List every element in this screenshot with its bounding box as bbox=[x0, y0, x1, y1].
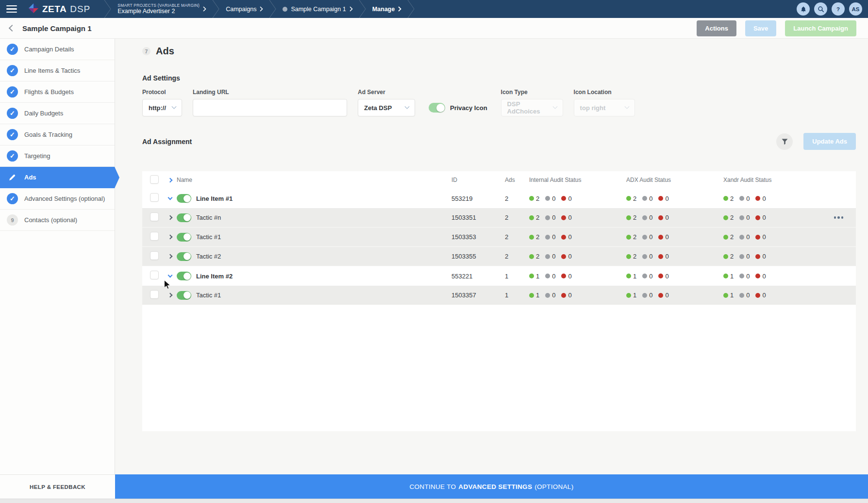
row-enabled-toggle[interactable] bbox=[177, 194, 191, 203]
row-more-icon[interactable] bbox=[834, 216, 844, 219]
row-id: 1503353 bbox=[451, 233, 505, 241]
red-status-dot bbox=[658, 274, 663, 278]
row-checkbox[interactable] bbox=[150, 251, 159, 260]
sidebar-item-advanced-settings-optional[interactable]: ✓ Advanced Settings (optional) bbox=[0, 188, 115, 210]
xandr-audit-status: 200 bbox=[723, 233, 811, 241]
expand-all-chevron-icon[interactable] bbox=[168, 178, 173, 182]
breadcrumb-separator bbox=[359, 0, 367, 18]
sidebar-item-contacts-optional[interactable]: 9 Contacts (optional) bbox=[0, 210, 115, 231]
help-feedback-button[interactable]: HELP & FEEDBACK bbox=[0, 474, 115, 499]
gray-status-dot bbox=[545, 254, 550, 259]
status-dot-group: 1 bbox=[529, 292, 539, 299]
menu-icon[interactable] bbox=[0, 0, 22, 18]
table-row[interactable]: Tactic #n 1503351 2 200 200 200 bbox=[142, 208, 856, 227]
status-dot-group: 0 bbox=[545, 233, 555, 241]
sidebar-item-flights-budgets[interactable]: ✓ Flights & Budgets bbox=[0, 81, 115, 103]
breadcrumb-advertiser[interactable]: SMART PROJECTS (VARIABLE MARGIN) Example… bbox=[112, 0, 212, 18]
row-enabled-toggle[interactable] bbox=[177, 213, 191, 222]
red-status-dot bbox=[658, 235, 663, 240]
save-button[interactable]: Save bbox=[745, 20, 776, 36]
sidebar-item-campaign-details[interactable]: ✓ Campaign Details bbox=[0, 39, 115, 60]
row-enabled-toggle[interactable] bbox=[177, 233, 191, 242]
breadcrumb-manage[interactable]: Manage bbox=[367, 0, 408, 18]
status-dot-group: 0 bbox=[755, 253, 766, 260]
green-status-dot bbox=[529, 215, 534, 220]
brand-zeta: ZETA bbox=[42, 4, 67, 15]
continue-button[interactable]: CONTINUE TO ADVANCED SETTINGS (OPTIONAL) bbox=[115, 474, 868, 499]
expand-chevron-icon[interactable] bbox=[168, 293, 173, 298]
brand-logo[interactable]: ZETA DSP bbox=[22, 0, 104, 18]
search-icon[interactable] bbox=[814, 2, 827, 16]
internal-audit-status: 200 bbox=[529, 214, 626, 221]
breadcrumb-campaign[interactable]: Sample Campaign 1 bbox=[277, 0, 358, 18]
actions-button[interactable]: Actions bbox=[697, 20, 736, 36]
status-dot-group: 1 bbox=[626, 292, 636, 299]
privacy-icon-toggle[interactable] bbox=[429, 103, 445, 113]
xandr-audit-status: 200 bbox=[723, 214, 811, 221]
status-count: 0 bbox=[552, 214, 555, 221]
adx-audit-status: 200 bbox=[626, 233, 723, 241]
select-all-checkbox[interactable] bbox=[150, 175, 159, 184]
row-checkbox[interactable] bbox=[150, 232, 159, 241]
green-status-dot bbox=[626, 254, 631, 259]
back-icon[interactable] bbox=[9, 25, 16, 32]
row-checkbox[interactable] bbox=[150, 271, 159, 279]
status-count: 0 bbox=[665, 195, 668, 202]
table-row[interactable]: Tactic #1 1503353 2 200 200 200 bbox=[142, 227, 856, 247]
expand-chevron-icon[interactable] bbox=[168, 195, 173, 200]
expand-chevron-icon[interactable] bbox=[168, 273, 173, 278]
status-dot-group: 0 bbox=[739, 233, 750, 241]
breadcrumb-campaigns[interactable]: Campaigns bbox=[220, 0, 269, 18]
status-count: 0 bbox=[665, 292, 668, 299]
adx-audit-status: 200 bbox=[626, 214, 723, 221]
protocol-select[interactable]: http:// bbox=[142, 99, 182, 116]
sidebar-item-ads[interactable]: Ads bbox=[0, 167, 115, 188]
table-row[interactable]: Tactic #1 1503357 1 100 100 100 bbox=[142, 286, 856, 305]
red-status-dot bbox=[561, 215, 566, 220]
status-dot-group: 2 bbox=[626, 214, 636, 221]
row-checkbox[interactable] bbox=[150, 290, 159, 299]
red-status-dot bbox=[561, 274, 566, 278]
table-row[interactable]: Tactic #2 1503355 2 200 200 200 bbox=[142, 247, 856, 266]
sidebar-item-targeting[interactable]: ✓ Targeting bbox=[0, 146, 115, 167]
red-status-dot bbox=[755, 235, 760, 240]
sidebar-item-daily-budgets[interactable]: ✓ Daily Budgets bbox=[0, 103, 115, 124]
launch-campaign-button[interactable]: Launch Campaign bbox=[785, 20, 856, 36]
status-count: 0 bbox=[746, 273, 750, 280]
notifications-bell-icon[interactable] bbox=[797, 2, 810, 16]
status-count: 1 bbox=[536, 273, 539, 280]
landing-url-input[interactable] bbox=[199, 99, 341, 116]
page-section-title: Ads bbox=[156, 46, 174, 57]
ad-server-select[interactable]: Zeta DSP bbox=[358, 99, 415, 116]
adx-audit-status: 100 bbox=[626, 292, 723, 299]
green-status-dot bbox=[723, 196, 728, 201]
row-checkbox[interactable] bbox=[150, 193, 159, 202]
step-check-icon: ✓ bbox=[7, 150, 18, 162]
status-count: 1 bbox=[633, 292, 636, 299]
expand-chevron-icon[interactable] bbox=[168, 254, 173, 259]
status-count: 2 bbox=[536, 233, 539, 241]
row-checkbox[interactable] bbox=[150, 212, 159, 221]
row-enabled-toggle[interactable] bbox=[177, 291, 191, 300]
table-row[interactable]: Line Item #2 553221 1 100 100 100 bbox=[142, 266, 856, 286]
gray-status-dot bbox=[545, 235, 550, 240]
table-row[interactable]: Line Item #1 553219 2 200 200 200 bbox=[142, 189, 856, 208]
status-count: 1 bbox=[536, 292, 539, 299]
row-enabled-toggle[interactable] bbox=[177, 272, 191, 280]
avatar[interactable]: AS bbox=[849, 2, 862, 16]
sidebar-item-line-items-tactics[interactable]: ✓ Line Items & Tactics bbox=[0, 60, 115, 81]
status-count: 1 bbox=[730, 273, 734, 280]
row-enabled-toggle[interactable] bbox=[177, 252, 191, 261]
update-ads-button[interactable]: Update Ads bbox=[803, 133, 856, 150]
expand-chevron-icon[interactable] bbox=[168, 235, 173, 240]
status-dot-group: 0 bbox=[545, 273, 555, 280]
help-icon[interactable]: ? bbox=[832, 2, 845, 16]
status-dot-group: 1 bbox=[529, 273, 539, 280]
sidebar-steps: ✓ Campaign Details ✓ Line Items & Tactic… bbox=[0, 39, 115, 231]
horizontal-scrollbar[interactable] bbox=[0, 499, 868, 503]
status-count: 0 bbox=[552, 233, 555, 241]
filter-icon[interactable] bbox=[776, 133, 793, 150]
expand-chevron-icon[interactable] bbox=[168, 215, 173, 220]
sidebar-item-goals-tracking[interactable]: ✓ Goals & Tracking bbox=[0, 124, 115, 146]
status-dot-group: 0 bbox=[658, 292, 668, 299]
